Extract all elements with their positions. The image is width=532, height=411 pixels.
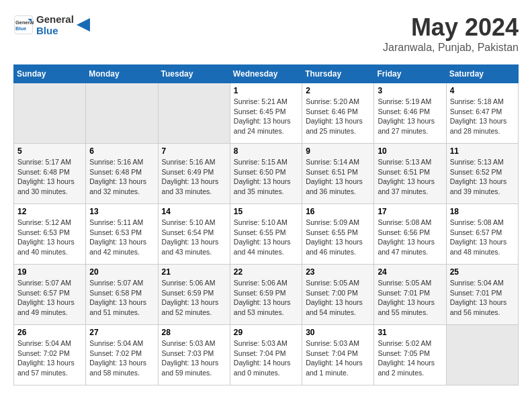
day-number: 23 xyxy=(306,267,370,277)
logo-icon: General Blue xyxy=(13,15,34,35)
day-number: 21 xyxy=(162,267,226,277)
week-row-3: 12Sunrise: 5:12 AM Sunset: 6:53 PM Dayli… xyxy=(14,204,519,265)
day-info: Sunrise: 5:21 AM Sunset: 6:45 PM Dayligh… xyxy=(234,97,298,136)
calendar-cell: 10Sunrise: 5:13 AM Sunset: 6:51 PM Dayli… xyxy=(374,144,446,204)
calendar-cell: 18Sunrise: 5:08 AM Sunset: 6:57 PM Dayli… xyxy=(446,204,518,265)
calendar-cell: 17Sunrise: 5:08 AM Sunset: 6:56 PM Dayli… xyxy=(374,204,446,265)
page-header: General Blue General Blue May 2024 Jaran… xyxy=(13,13,519,54)
weekday-header-monday: Monday xyxy=(86,65,158,83)
day-number: 2 xyxy=(306,86,370,95)
calendar-cell: 4Sunrise: 5:18 AM Sunset: 6:47 PM Daylig… xyxy=(446,83,518,144)
calendar-cell: 2Sunrise: 5:20 AM Sunset: 6:46 PM Daylig… xyxy=(302,83,374,144)
day-info: Sunrise: 5:07 AM Sunset: 6:58 PM Dayligh… xyxy=(89,278,154,318)
day-info: Sunrise: 5:13 AM Sunset: 6:52 PM Dayligh… xyxy=(450,157,515,197)
header-row: SundayMondayTuesdayWednesdayThursdayFrid… xyxy=(14,65,519,83)
day-info: Sunrise: 5:03 AM Sunset: 7:03 PM Dayligh… xyxy=(162,338,226,378)
calendar-cell: 20Sunrise: 5:07 AM Sunset: 6:58 PM Dayli… xyxy=(86,265,158,325)
day-info: Sunrise: 5:16 AM Sunset: 6:49 PM Dayligh… xyxy=(162,157,226,197)
day-info: Sunrise: 5:05 AM Sunset: 7:00 PM Dayligh… xyxy=(306,278,370,318)
day-info: Sunrise: 5:04 AM Sunset: 7:02 PM Dayligh… xyxy=(17,338,82,378)
day-number: 26 xyxy=(17,328,82,337)
day-info: Sunrise: 5:13 AM Sunset: 6:51 PM Dayligh… xyxy=(378,157,442,197)
calendar-cell: 13Sunrise: 5:11 AM Sunset: 6:53 PM Dayli… xyxy=(86,204,158,265)
calendar-table: SundayMondayTuesdayWednesdayThursdayFrid… xyxy=(13,64,519,385)
day-number: 9 xyxy=(306,146,370,156)
weekday-header-wednesday: Wednesday xyxy=(230,65,302,83)
weekday-header-saturday: Saturday xyxy=(446,65,518,83)
day-info: Sunrise: 5:04 AM Sunset: 7:01 PM Dayligh… xyxy=(450,278,515,318)
day-info: Sunrise: 5:12 AM Sunset: 6:53 PM Dayligh… xyxy=(17,218,82,257)
day-info: Sunrise: 5:08 AM Sunset: 6:57 PM Dayligh… xyxy=(450,218,515,257)
day-number: 28 xyxy=(162,328,226,337)
day-number: 24 xyxy=(378,267,442,277)
calendar-cell: 26Sunrise: 5:04 AM Sunset: 7:02 PM Dayli… xyxy=(14,325,86,385)
calendar-cell: 30Sunrise: 5:03 AM Sunset: 7:04 PM Dayli… xyxy=(302,325,374,385)
day-info: Sunrise: 5:08 AM Sunset: 6:56 PM Dayligh… xyxy=(378,218,442,257)
day-info: Sunrise: 5:03 AM Sunset: 7:04 PM Dayligh… xyxy=(306,338,370,378)
day-info: Sunrise: 5:17 AM Sunset: 6:48 PM Dayligh… xyxy=(17,157,82,197)
calendar-cell: 23Sunrise: 5:05 AM Sunset: 7:00 PM Dayli… xyxy=(302,265,374,325)
day-number: 31 xyxy=(378,328,442,337)
month-title: May 2024 xyxy=(383,13,519,42)
week-row-2: 5Sunrise: 5:17 AM Sunset: 6:48 PM Daylig… xyxy=(14,144,519,204)
day-number: 19 xyxy=(17,267,82,277)
weekday-header-tuesday: Tuesday xyxy=(158,65,230,83)
calendar-cell: 6Sunrise: 5:16 AM Sunset: 6:48 PM Daylig… xyxy=(86,144,158,204)
calendar-cell: 1Sunrise: 5:21 AM Sunset: 6:45 PM Daylig… xyxy=(230,83,302,144)
day-info: Sunrise: 5:15 AM Sunset: 6:50 PM Dayligh… xyxy=(234,157,298,197)
day-number: 16 xyxy=(306,207,370,216)
calendar-cell: 5Sunrise: 5:17 AM Sunset: 6:48 PM Daylig… xyxy=(14,144,86,204)
day-number: 13 xyxy=(89,207,154,216)
title-section: May 2024 Jaranwala, Punjab, Pakistan xyxy=(383,13,519,54)
day-number: 10 xyxy=(378,146,442,156)
day-info: Sunrise: 5:06 AM Sunset: 6:59 PM Dayligh… xyxy=(234,278,298,318)
logo-blue: Blue xyxy=(36,25,74,36)
calendar-cell: 14Sunrise: 5:10 AM Sunset: 6:54 PM Dayli… xyxy=(158,204,230,265)
day-info: Sunrise: 5:10 AM Sunset: 6:55 PM Dayligh… xyxy=(234,218,298,257)
day-info: Sunrise: 5:07 AM Sunset: 6:57 PM Dayligh… xyxy=(17,278,82,318)
calendar-cell: 29Sunrise: 5:03 AM Sunset: 7:04 PM Dayli… xyxy=(230,325,302,385)
day-number: 22 xyxy=(234,267,298,277)
calendar-cell: 22Sunrise: 5:06 AM Sunset: 6:59 PM Dayli… xyxy=(230,265,302,325)
calendar-cell xyxy=(158,83,230,144)
calendar-cell: 28Sunrise: 5:03 AM Sunset: 7:03 PM Dayli… xyxy=(158,325,230,385)
calendar-cell: 21Sunrise: 5:06 AM Sunset: 6:59 PM Dayli… xyxy=(158,265,230,325)
day-number: 12 xyxy=(17,207,82,216)
day-info: Sunrise: 5:02 AM Sunset: 7:05 PM Dayligh… xyxy=(378,338,442,378)
day-info: Sunrise: 5:14 AM Sunset: 6:51 PM Dayligh… xyxy=(306,157,370,197)
calendar-cell: 19Sunrise: 5:07 AM Sunset: 6:57 PM Dayli… xyxy=(14,265,86,325)
week-row-4: 19Sunrise: 5:07 AM Sunset: 6:57 PM Dayli… xyxy=(14,265,519,325)
day-number: 20 xyxy=(89,267,154,277)
calendar-cell: 11Sunrise: 5:13 AM Sunset: 6:52 PM Dayli… xyxy=(446,144,518,204)
logo-general: General xyxy=(36,13,74,25)
day-info: Sunrise: 5:18 AM Sunset: 6:47 PM Dayligh… xyxy=(450,97,515,136)
day-number: 8 xyxy=(234,146,298,156)
week-row-5: 26Sunrise: 5:04 AM Sunset: 7:02 PM Dayli… xyxy=(14,325,519,385)
calendar-cell: 12Sunrise: 5:12 AM Sunset: 6:53 PM Dayli… xyxy=(14,204,86,265)
weekday-header-thursday: Thursday xyxy=(302,65,374,83)
calendar-cell: 31Sunrise: 5:02 AM Sunset: 7:05 PM Dayli… xyxy=(374,325,446,385)
day-info: Sunrise: 5:06 AM Sunset: 6:59 PM Dayligh… xyxy=(162,278,226,318)
calendar-cell xyxy=(86,83,158,144)
day-number: 6 xyxy=(89,146,154,156)
svg-marker-4 xyxy=(77,18,90,32)
day-number: 11 xyxy=(450,146,515,156)
calendar-cell: 24Sunrise: 5:05 AM Sunset: 7:01 PM Dayli… xyxy=(374,265,446,325)
day-info: Sunrise: 5:19 AM Sunset: 6:46 PM Dayligh… xyxy=(378,97,442,136)
day-info: Sunrise: 5:11 AM Sunset: 6:53 PM Dayligh… xyxy=(89,218,154,257)
day-number: 17 xyxy=(378,207,442,216)
calendar-cell: 16Sunrise: 5:09 AM Sunset: 6:55 PM Dayli… xyxy=(302,204,374,265)
day-info: Sunrise: 5:10 AM Sunset: 6:54 PM Dayligh… xyxy=(162,218,226,257)
weekday-header-sunday: Sunday xyxy=(14,65,86,83)
day-info: Sunrise: 5:04 AM Sunset: 7:02 PM Dayligh… xyxy=(89,338,154,378)
calendar-cell: 25Sunrise: 5:04 AM Sunset: 7:01 PM Dayli… xyxy=(446,265,518,325)
logo: General Blue General Blue xyxy=(13,13,90,37)
calendar-cell xyxy=(14,83,86,144)
calendar-cell xyxy=(446,325,518,385)
svg-text:Blue: Blue xyxy=(15,26,26,32)
day-info: Sunrise: 5:09 AM Sunset: 6:55 PM Dayligh… xyxy=(306,218,370,257)
day-info: Sunrise: 5:05 AM Sunset: 7:01 PM Dayligh… xyxy=(378,278,442,318)
calendar-cell: 7Sunrise: 5:16 AM Sunset: 6:49 PM Daylig… xyxy=(158,144,230,204)
calendar-cell: 9Sunrise: 5:14 AM Sunset: 6:51 PM Daylig… xyxy=(302,144,374,204)
logo-triangle-icon xyxy=(77,18,90,32)
